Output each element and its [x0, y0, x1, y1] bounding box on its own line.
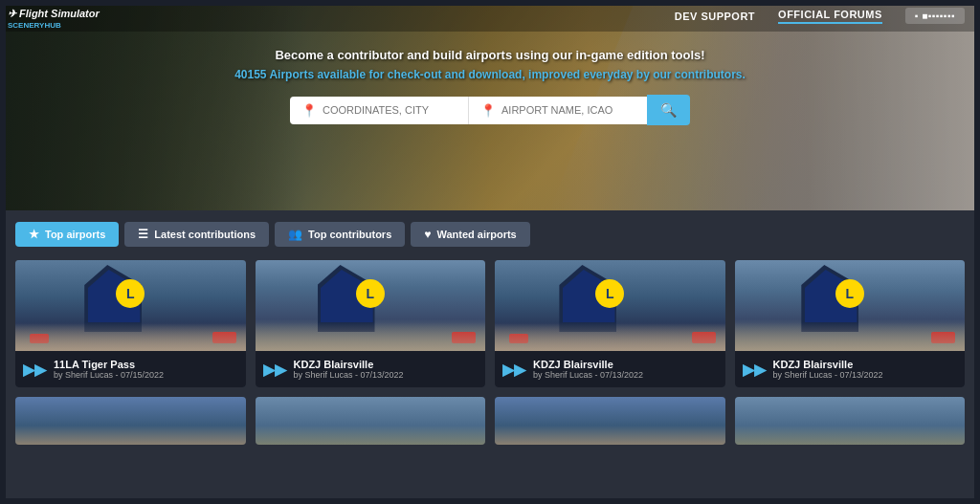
tab-wanted-label: Wanted airports: [436, 229, 516, 240]
tab-latest-label: Latest contributions: [154, 229, 256, 240]
plane-logo-1: L: [356, 279, 385, 308]
nav-links: DEV SUPPORT OFFICIAL FORUMS ▪ ■▪▪▪▪▪▪▪: [675, 8, 965, 24]
header-count: 40155 Airports available for check-out a…: [0, 68, 980, 81]
bottom-card-img-2: [495, 397, 725, 445]
airport-card-3[interactable]: L ▶▶ KDZJ Blairsville by Sherif Lucas - …: [735, 260, 966, 387]
card-image-2: L: [495, 260, 725, 351]
card-meta-0: by Sherif Lucas - 07/15/2022: [54, 370, 238, 380]
tab-top-contributors[interactable]: 👥 Top contributors: [275, 222, 405, 247]
bottom-card-2[interactable]: [495, 397, 725, 445]
header-tagline: Become a contributor and build airports …: [0, 48, 980, 62]
card-info-1: ▶▶ KDZJ Blairsville by Sherif Lucas - 07…: [256, 351, 486, 387]
bottom-card-img-3: [735, 397, 966, 445]
airport-card-1[interactable]: L ▶▶ KDZJ Blairsville by Sherif Lucas - …: [256, 260, 486, 387]
card-title-0: 11LA Tiger Pass: [54, 359, 238, 370]
bottom-card-0[interactable]: [15, 397, 246, 445]
top-navigation: ✈ Flight Simulator SCENERYHUB DEV SUPPOR…: [0, 0, 980, 32]
coords-search-input[interactable]: [323, 104, 457, 116]
bottom-card-img-0: [15, 397, 246, 445]
plane-logo-0: L: [116, 279, 145, 308]
card-text-3: KDZJ Blairsville by Sherif Lucas - 07/13…: [773, 359, 958, 380]
airport-count: 40155 Airports: [234, 68, 314, 81]
airport-search-wrap: 📍: [469, 97, 647, 124]
tarmac-1: [256, 322, 486, 351]
bottom-card-3[interactable]: [735, 397, 966, 445]
card-arrow-icon-1: ▶▶: [263, 361, 286, 379]
tab-contributors-label: Top contributors: [308, 229, 391, 240]
card-text-0: 11LA Tiger Pass by Sherif Lucas - 07/15/…: [54, 359, 238, 380]
tabs-bar: ★ Top airports ☰ Latest contributions 👥 …: [15, 222, 965, 247]
card-image-0: L: [15, 260, 246, 351]
logo-area: ✈ Flight Simulator SCENERYHUB: [8, 4, 100, 30]
card-meta-2: by Sherif Lucas - 07/13/2022: [533, 370, 718, 380]
hero-banner: ✈ Flight Simulator SCENERYHUB DEV SUPPOR…: [0, 0, 980, 210]
airport-card-0[interactable]: L ▶▶ 11LA Tiger Pass by Sherif Lucas - 0…: [15, 260, 246, 387]
header-content: Become a contributor and build airports …: [0, 48, 980, 125]
airport-card-2[interactable]: L ▶▶ KDZJ Blairsville by Sherif Lucas - …: [495, 260, 725, 387]
tarmac-0: [15, 322, 246, 351]
nav-user-button[interactable]: ▪ ■▪▪▪▪▪▪▪: [905, 8, 965, 24]
tab-top-airports-label: Top airports: [45, 229, 105, 240]
card-title-3: KDZJ Blairsville: [773, 359, 958, 370]
card-image-1: L: [256, 260, 486, 351]
logo-sceneryhub-text: SCENERYHUB: [8, 21, 100, 30]
logo-flight-text: ✈ Flight Simulator: [8, 8, 100, 19]
card-arrow-icon-2: ▶▶: [502, 361, 525, 379]
star-icon: ★: [29, 228, 39, 241]
coords-search-wrap: 📍: [290, 97, 469, 124]
card-info-3: ▶▶ KDZJ Blairsville by Sherif Lucas - 07…: [735, 351, 966, 387]
card-info-0: ▶▶ 11LA Tiger Pass by Sherif Lucas - 07/…: [15, 351, 246, 387]
airport-grid: L ▶▶ 11LA Tiger Pass by Sherif Lucas - 0…: [15, 260, 965, 387]
card-text-2: KDZJ Blairsville by Sherif Lucas - 07/13…: [533, 359, 718, 380]
bottom-card-1[interactable]: [256, 397, 486, 445]
list-icon: ☰: [138, 228, 148, 241]
bottom-row: [15, 397, 965, 445]
nav-dev-support[interactable]: DEV SUPPORT: [675, 11, 755, 22]
airport-pin-icon: 📍: [480, 103, 496, 118]
tab-top-airports[interactable]: ★ Top airports: [15, 222, 119, 247]
card-meta-3: by Sherif Lucas - 07/13/2022: [773, 370, 958, 380]
plane-logo-3: L: [835, 279, 864, 308]
card-info-2: ▶▶ KDZJ Blairsville by Sherif Lucas - 07…: [495, 351, 725, 387]
nav-official-forums[interactable]: OFFICIAL FORUMS: [778, 9, 882, 24]
count-suffix: available for check-out and download, im…: [314, 68, 746, 81]
plane-logo-2: L: [595, 279, 624, 308]
logo: ✈ Flight Simulator SCENERYHUB: [8, 4, 100, 30]
tarmac-2: [495, 322, 725, 351]
pin-icon: 📍: [301, 103, 317, 118]
card-title-1: KDZJ Blairsville: [294, 359, 479, 370]
card-arrow-icon-0: ▶▶: [23, 361, 46, 379]
tarmac-3: [735, 322, 966, 351]
heart-icon: ♥: [424, 228, 431, 241]
card-text-1: KDZJ Blairsville by Sherif Lucas - 07/13…: [294, 359, 479, 380]
search-bar: 📍 📍 🔍: [0, 95, 980, 125]
search-button[interactable]: 🔍: [647, 95, 690, 125]
card-image-3: L: [735, 260, 966, 351]
card-title-2: KDZJ Blairsville: [533, 359, 718, 370]
tab-latest-contributions[interactable]: ☰ Latest contributions: [124, 222, 269, 247]
main-content: ★ Top airports ☰ Latest contributions 👥 …: [0, 210, 980, 504]
bottom-card-img-1: [256, 397, 486, 445]
card-arrow-icon-3: ▶▶: [743, 361, 766, 379]
users-icon: 👥: [288, 228, 302, 241]
tab-wanted-airports[interactable]: ♥ Wanted airports: [411, 222, 529, 247]
airport-search-input[interactable]: [501, 104, 635, 116]
card-meta-1: by Sherif Lucas - 07/13/2022: [294, 370, 479, 380]
